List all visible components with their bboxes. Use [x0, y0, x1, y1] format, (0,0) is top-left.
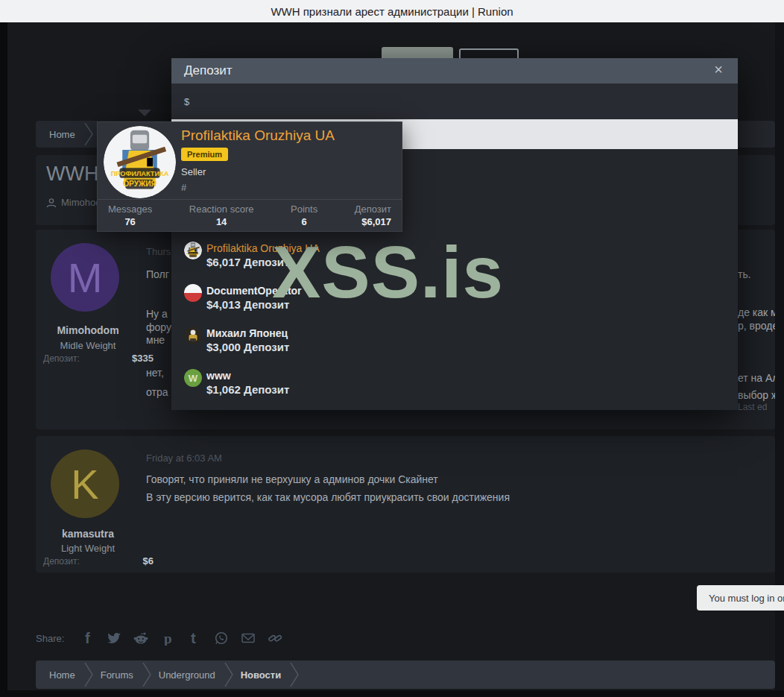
- reddit-icon[interactable]: [133, 630, 149, 646]
- deposit-list-item: Profilaktika Oruzhiya UA $6,017 Депозит: [184, 242, 497, 273]
- user-icon: [46, 198, 57, 208]
- member-hash: #: [181, 182, 186, 193]
- post-text: отра: [146, 386, 168, 398]
- background-primary-button[interactable]: [382, 47, 453, 58]
- post-text: выбор ж: [738, 389, 775, 401]
- post-author[interactable]: kamasutra: [36, 528, 140, 540]
- stat-label: Points: [291, 204, 317, 215]
- deposit-list-item: Михаил Японец $3,000 Депозит: [184, 327, 497, 358]
- member-role: Seller: [181, 166, 206, 177]
- chevron-right-icon: [142, 663, 151, 687]
- post-text: р, вроде: [738, 320, 775, 332]
- link-icon[interactable]: [267, 630, 283, 646]
- breadcrumb-home[interactable]: Home: [46, 129, 84, 140]
- post-text: Говорят, что приняли не верхушку а админ…: [146, 473, 438, 485]
- deposit-value: $6: [110, 555, 154, 567]
- close-icon[interactable]: ×: [714, 61, 723, 78]
- login-notice[interactable]: You must log in or: [697, 585, 784, 611]
- premium-badge: Premium: [181, 148, 228, 161]
- avatar-letter: M: [68, 253, 103, 302]
- tumblr-icon[interactable]: t: [186, 630, 203, 646]
- currency-prefix: $: [184, 96, 189, 107]
- avatar: W: [184, 369, 202, 387]
- post-timestamp: Friday at 6:03 AM: [146, 452, 222, 464]
- member-stats: Messages 76 Reaction score 14 Points 6 Д…: [98, 199, 402, 232]
- bottom-edge: [0, 690, 784, 697]
- svg-text:f: f: [85, 631, 90, 646]
- deposit-amount: $4,013 Депозит: [206, 298, 289, 311]
- share-label: Share:: [36, 633, 64, 644]
- breadcrumb-bottom: Home Forums Underground Новости: [36, 660, 775, 689]
- screen: WWH признали арест администрации | Runio…: [0, 0, 784, 697]
- avatar: [184, 327, 202, 344]
- breadcrumb-home[interactable]: Home: [46, 669, 84, 681]
- deposit-list-item: DocumentOperator $4,013 Депозит: [184, 284, 497, 315]
- post-text-left-fragments: Thurs Полг Ну а фору мне нет, отра: [146, 230, 173, 429]
- twitter-icon[interactable]: [106, 630, 122, 646]
- deposit-user-link[interactable]: DocumentOperator: [206, 285, 302, 297]
- facebook-icon[interactable]: f: [79, 630, 95, 646]
- deposit-amount-input[interactable]: $: [171, 83, 738, 119]
- stat-value: 6: [291, 216, 317, 227]
- pinterest-icon[interactable]: p: [159, 630, 176, 646]
- post-kamasutra: K kamasutra Light Weight Депозит: $6 Fri…: [36, 436, 775, 573]
- svg-text:t: t: [191, 631, 196, 646]
- stat-value: 76: [108, 216, 152, 227]
- deposit-label: Депозит:: [43, 353, 80, 364]
- post-text-right-fragments: ть. де как мо р, вроде ет на Аля выбор ж…: [738, 230, 775, 429]
- breadcrumb-underground[interactable]: Underground: [156, 669, 224, 681]
- share-row: Share: f p t: [36, 627, 283, 649]
- avatar: [184, 242, 202, 259]
- post-author-rank: Light Weight: [36, 543, 140, 554]
- stat-reaction-score: Reaction score 14: [189, 204, 254, 232]
- svg-text:p: p: [164, 631, 172, 646]
- post-author[interactable]: Mimohodom: [36, 324, 140, 336]
- post-text: фору: [146, 321, 171, 333]
- chevron-right-icon: [224, 663, 233, 687]
- stat-label: Reaction score: [189, 204, 254, 215]
- stat-label: Депозит: [355, 204, 391, 215]
- background-secondary-button[interactable]: [459, 48, 519, 58]
- member-name-link[interactable]: Profilaktika Oruzhiya UA: [181, 127, 335, 144]
- window-titlebar: WWH признали арест администрации | Runio…: [0, 0, 784, 22]
- avatar-letter: K: [71, 460, 98, 508]
- modal-header: Депозит ×: [171, 58, 738, 83]
- avatar[interactable]: K: [51, 450, 119, 518]
- window-title: WWH признали арест администрации | Runio…: [271, 5, 513, 18]
- breadcrumb-novosti[interactable]: Новости: [238, 669, 291, 681]
- stat-value: $6,017: [355, 216, 391, 227]
- left-edge: [0, 22, 7, 697]
- post-text: нет,: [146, 367, 164, 379]
- member-tooltip-card: Profilaktika Oruzhiya UA Premium Seller …: [97, 122, 402, 232]
- deposit-user-link[interactable]: www: [206, 370, 231, 382]
- email-icon[interactable]: [240, 630, 256, 646]
- login-notice-text: You must log in or: [709, 593, 784, 604]
- stat-messages: Messages 76: [108, 204, 152, 232]
- stat-label: Messages: [108, 204, 152, 215]
- avatar-letter: W: [189, 373, 197, 384]
- chevron-right-icon: [290, 663, 299, 687]
- stat-deposit: Депозит $6,017: [355, 204, 391, 232]
- deposit-modal: Депозит × $ XSS.is Profilaktika Oruzhiya…: [171, 58, 738, 410]
- post-text: Ну а: [146, 308, 168, 320]
- avatar[interactable]: M: [51, 243, 119, 312]
- post-author-rank: Midle Weight: [36, 340, 140, 351]
- avatar: [184, 284, 202, 302]
- post-text: ет на Аля: [738, 372, 775, 384]
- deposit-amount: $3,000 Депозит: [206, 341, 289, 353]
- post-text: де как мо: [738, 306, 775, 318]
- post-text: мне: [146, 334, 165, 346]
- stat-points: Points 6: [291, 204, 317, 232]
- deposit-amount: $1,062 Депозит: [206, 383, 289, 396]
- modal-title: Депозит: [184, 63, 233, 78]
- deposit-user-link[interactable]: Михаил Японец: [206, 327, 288, 339]
- profilaktika-avatar[interactable]: [104, 126, 176, 198]
- deposit-user-link[interactable]: Profilaktika Oruzhiya UA: [206, 242, 320, 254]
- last-edited-label: Last ed: [738, 402, 767, 412]
- post-text: В эту версию верится, как так мусора люб…: [146, 491, 510, 503]
- whatsapp-icon[interactable]: [213, 630, 230, 646]
- breadcrumb-forums[interactable]: Forums: [98, 669, 142, 681]
- post-text: Полг: [146, 268, 169, 280]
- chevron-right-icon: [84, 663, 93, 687]
- stat-value: 14: [189, 216, 254, 227]
